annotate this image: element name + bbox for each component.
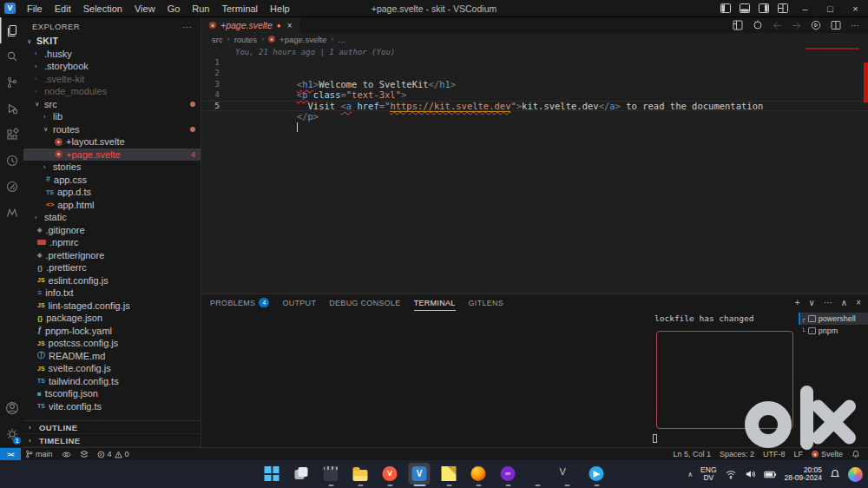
maximize-button[interactable]: □ (818, 0, 843, 16)
taskbar-app[interactable] (320, 463, 342, 485)
panel-action-icon[interactable]: ∧ (841, 298, 847, 307)
taskbar-app[interactable] (261, 463, 283, 485)
tree-item[interactable]: s +layout.svelte (23, 135, 201, 148)
code-editor[interactable]: You, 21 hours ago | 1 author (You) 1 <h1… (201, 45, 868, 293)
timeline-section[interactable]: › TIMELINE (23, 434, 201, 447)
encoding[interactable]: UTF-8 (759, 448, 790, 460)
eol-sequence[interactable]: LF (789, 448, 807, 460)
breadcrumb-src[interactable]: src (212, 35, 223, 44)
wifi-icon[interactable] (725, 469, 737, 479)
explorer-more-actions-icon[interactable]: ··· (182, 22, 192, 31)
source-control-icon[interactable] (0, 69, 23, 96)
tree-item[interactable]: › static (23, 211, 201, 224)
tree-item[interactable]: # app.css (23, 174, 201, 187)
extensions-icon[interactable] (0, 122, 23, 148)
taskbar-app[interactable] (527, 463, 549, 485)
taskbar-app[interactable]: V (409, 463, 431, 485)
outline-section[interactable]: › OUTLINE (23, 421, 201, 434)
toggle-secondary-sidebar-icon[interactable] (754, 0, 773, 16)
customize-layout-icon[interactable] (773, 0, 792, 16)
gitlens-graph-icon[interactable] (733, 20, 743, 30)
menu-item[interactable]: Edit (49, 0, 77, 16)
taskbar-app[interactable]: V (556, 463, 578, 485)
taskbar-app[interactable] (438, 463, 460, 485)
taskbar-app[interactable]: ∞ (497, 463, 519, 485)
taskbar-app[interactable] (291, 463, 312, 485)
clock[interactable]: 20:05 28-09-2024 (785, 466, 822, 482)
menu-item[interactable]: Go (161, 0, 187, 16)
notifications-bell-icon[interactable] (847, 448, 865, 460)
tree-item[interactable]: ∨ src (23, 98, 201, 111)
panel-action-icon[interactable]: + (795, 298, 800, 307)
tree-item[interactable]: {} package.json (23, 312, 201, 325)
tree-item[interactable]: JS lint-staged.config.js (23, 300, 201, 313)
minimize-button[interactable]: – (792, 0, 818, 16)
account-icon[interactable] (0, 395, 23, 421)
problems-summary[interactable]: 4 0 (93, 448, 134, 460)
tree-item[interactable]: ≡ info.txt (23, 287, 201, 300)
tree-item[interactable]: .npmrc (23, 236, 201, 249)
panel-tab[interactable]: OUTPUT (282, 294, 316, 311)
tree-item[interactable]: ƒ pnpm-lock.yaml (23, 325, 201, 338)
notification-bell-icon[interactable] (830, 469, 840, 479)
taskbar-app[interactable]: V (379, 463, 401, 485)
menu-item[interactable]: View (128, 0, 161, 16)
panel-action-icon[interactable]: ··· (824, 298, 832, 307)
tree-item[interactable]: ■ tsconfig.json (23, 387, 201, 400)
tree-item[interactable]: ∨ SKIT (23, 35, 201, 48)
breadcrumb-routes[interactable]: routes (234, 35, 257, 44)
tree-item[interactable]: › .storybook (23, 60, 201, 73)
toggle-blame-icon[interactable] (57, 448, 76, 460)
language-indicator[interactable]: ENG DV (700, 466, 716, 482)
tree-item[interactable]: ∨ routes (23, 123, 201, 136)
search-icon[interactable] (0, 43, 23, 69)
tree-item[interactable]: TS app.d.ts (23, 186, 201, 199)
open-changes-icon[interactable] (753, 20, 763, 30)
breadcrumb-symbol[interactable]: … (338, 35, 346, 44)
hidden-icons-chevron[interactable]: ∧ (687, 471, 693, 478)
panel-tab[interactable]: GITLENS (469, 294, 504, 311)
menu-item[interactable]: Selection (77, 0, 128, 16)
remote-indicator[interactable]: >< (0, 448, 21, 460)
tree-item[interactable]: › .svelte-kit (23, 73, 201, 86)
menu-item[interactable]: Run (186, 0, 215, 16)
tree-item[interactable]: ◆ .gitignore (23, 224, 201, 237)
menu-item[interactable]: Help (264, 0, 296, 16)
taskbar-app[interactable] (350, 463, 372, 485)
cursor-position[interactable]: Ln 5, Col 1 (668, 448, 715, 460)
toggle-sidebar-icon[interactable] (716, 0, 735, 16)
panel-action-icon[interactable]: × (856, 298, 861, 307)
remote-explorer-icon[interactable] (0, 174, 23, 200)
tree-item[interactable]: JS eslint.config.js (23, 274, 201, 287)
tree-item[interactable]: TS vite.config.ts (23, 400, 201, 413)
battery-icon[interactable] (764, 471, 777, 478)
branch-indicator[interactable]: main (21, 448, 57, 460)
panel-tab[interactable]: PROBLEMS 4 (210, 294, 269, 311)
tree-item[interactable]: › stories (23, 161, 201, 174)
terminal-session-item[interactable]: ┌ › powershell (799, 313, 868, 325)
tree-item[interactable]: <> app.html (23, 199, 201, 212)
panel-action-icon[interactable]: ∨ (809, 298, 815, 307)
panel-tab[interactable]: DEBUG CONSOLE (329, 294, 400, 311)
tree-item[interactable]: JS svelte.config.js (23, 362, 201, 375)
tree-item[interactable]: ⓘ README.md (23, 350, 201, 363)
indentation[interactable]: Spaces: 2 (715, 448, 759, 460)
panel-tab[interactable]: TERMINAL (414, 294, 456, 311)
volume-icon[interactable] (745, 469, 756, 479)
tree-item[interactable]: ◆ .prettierignore (23, 249, 201, 262)
terminal-split-pane[interactable]: lockfile has changed (649, 311, 799, 447)
split-editor-icon[interactable] (831, 20, 841, 30)
tab-page-svelte[interactable]: s +page.svelte ● × (201, 17, 301, 33)
language-mode[interactable]: s Svelte (807, 448, 847, 460)
toggle-panel-icon[interactable] (735, 0, 754, 16)
tree-item[interactable]: {} .prettierrc (23, 261, 201, 274)
menu-item[interactable]: Terminal (216, 0, 265, 16)
tree-item[interactable]: › node_modules (23, 85, 201, 98)
taskbar-app[interactable] (468, 463, 490, 485)
gitlens-icon[interactable] (0, 200, 23, 226)
close-button[interactable]: × (843, 0, 868, 16)
tree-item[interactable]: JS postcss.config.js (23, 337, 201, 350)
editor-more-actions-icon[interactable]: ··· (851, 21, 859, 30)
terminal-session-item[interactable]: └ › pnpm (799, 325, 868, 337)
run-file-icon[interactable] (811, 20, 821, 30)
